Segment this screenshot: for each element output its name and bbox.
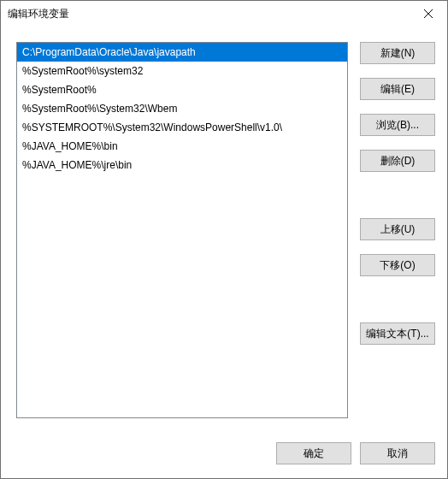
list-item[interactable]: %SystemRoot% bbox=[17, 80, 347, 99]
edit-text-button[interactable]: 编辑文本(T)... bbox=[360, 322, 435, 345]
side-button-column: 新建(N) 编辑(E) 浏览(B)... 删除(D) 上移(U) 下移(O) 编… bbox=[360, 42, 435, 430]
footer: 确定 取消 bbox=[1, 430, 447, 478]
cancel-button[interactable]: 取消 bbox=[360, 442, 435, 464]
content-area: C:\ProgramData\Oracle\Java\javapath %Sys… bbox=[1, 27, 447, 430]
list-item[interactable]: %JAVA_HOME%\bin bbox=[17, 137, 347, 156]
path-listbox[interactable]: C:\ProgramData\Oracle\Java\javapath %Sys… bbox=[16, 42, 348, 418]
edit-button[interactable]: 编辑(E) bbox=[360, 78, 435, 100]
browse-button[interactable]: 浏览(B)... bbox=[360, 114, 435, 136]
ok-button[interactable]: 确定 bbox=[276, 442, 351, 464]
move-down-button[interactable]: 下移(O) bbox=[360, 254, 435, 276]
list-item[interactable]: %SystemRoot%\System32\Wbem bbox=[17, 99, 347, 118]
move-up-button[interactable]: 上移(U) bbox=[360, 218, 435, 240]
list-item[interactable]: C:\ProgramData\Oracle\Java\javapath bbox=[17, 43, 347, 62]
list-item[interactable]: %SystemRoot%\system32 bbox=[17, 62, 347, 80]
window-title: 编辑环境变量 bbox=[8, 7, 69, 21]
close-button[interactable] bbox=[409, 1, 447, 27]
close-icon bbox=[424, 9, 433, 18]
dialog-window: 编辑环境变量 C:\ProgramData\Oracle\Java\javapa… bbox=[0, 0, 448, 479]
delete-button[interactable]: 删除(D) bbox=[360, 150, 435, 172]
list-item[interactable]: %JAVA_HOME%\jre\bin bbox=[17, 156, 347, 174]
new-button[interactable]: 新建(N) bbox=[360, 42, 435, 64]
list-item[interactable]: %SYSTEMROOT%\System32\WindowsPowerShell\… bbox=[17, 118, 347, 137]
titlebar: 编辑环境变量 bbox=[1, 1, 447, 27]
